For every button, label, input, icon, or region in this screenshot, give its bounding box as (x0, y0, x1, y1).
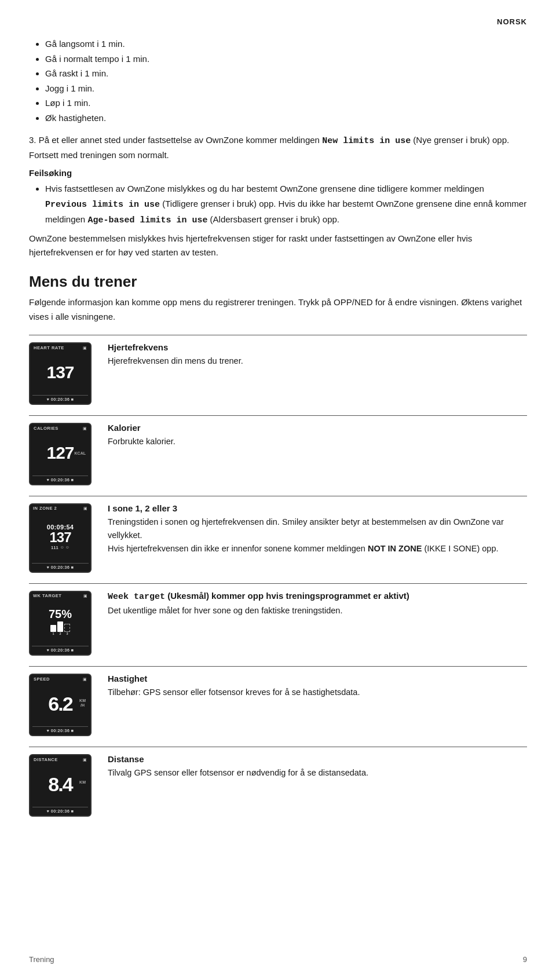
signal-icon-zone: ▣ (83, 506, 87, 511)
info-text-calories: Kalorier Forbrukte kalorier. (108, 423, 527, 448)
mens-du-trener-intro: Følgende informasjon kan komme opp mens … (29, 295, 527, 324)
info-text-wk-target: Week target (Ukesmål) kommer opp hvis tr… (108, 591, 527, 617)
info-text-speed: Hastighet Tilbehør: GPS sensor eller fot… (108, 674, 527, 699)
feilsoking-heading: Feilsøking (29, 168, 527, 178)
wk-body: Det ukentlige målet for hver sone og den… (108, 604, 527, 617)
list-item: Gå i normalt tempo i 1 min. (45, 52, 527, 67)
signal-icon-dist: ▣ (83, 758, 87, 762)
list-item: Gå raskt i 1 min. (45, 66, 527, 81)
page-header: NORSK (29, 17, 527, 26)
footer-right: 9 (523, 955, 527, 964)
feilsoking-list: Hvis fastsettlesen av OwnZone mislykkes … (45, 181, 527, 228)
list-item: Jogg i 1 min. (45, 81, 527, 96)
signal-icon-cal: ▣ (83, 426, 87, 431)
hr-body: Hjerefrekvensen din mens du trener. (108, 354, 527, 368)
device-distance: DISTANCE ▣ 8.4 KM ♥ 00:20:36 ■ (29, 754, 92, 817)
speed-title: Hastighet (108, 674, 527, 683)
cal-body: Forbrukte kalorier. (108, 435, 527, 448)
numbered-text: På et eller annet sted under fastsettels… (29, 135, 509, 160)
signal-icon: ▣ (83, 346, 87, 350)
info-rows: HEART RATE ▣ 137 ♥ 00:20:36 ■ Hjertefrek… (29, 335, 527, 827)
page-footer: Trening 9 (0, 955, 556, 964)
info-row-heart-rate: HEART RATE ▣ 137 ♥ 00:20:36 ■ Hjertefrek… (29, 335, 527, 415)
language-label: NORSK (497, 17, 527, 26)
zone-body: Treningstiden i sonen og hjertefrekvense… (108, 515, 527, 556)
info-text-heart-rate: Hjertefrekvens Hjerefrekvensen din mens … (108, 342, 527, 368)
device-heart-rate: HEART RATE ▣ 137 ♥ 00:20:36 ■ (29, 342, 92, 405)
zone-title: I sone 1, 2 eller 3 (108, 503, 527, 513)
info-row-in-zone: IN ZONE 2 ▣ 00:09:54 137 111 ☺ ☺ ♥ 00:20… (29, 496, 527, 583)
signal-icon-speed: ▣ (83, 677, 87, 682)
number-label: 3. (29, 135, 36, 145)
feilsoking-section: Feilsøking Hvis fastsettlesen av OwnZone… (29, 168, 527, 260)
numbered-item-3: 3. På et eller annet sted under fastsett… (29, 133, 527, 162)
info-text-distance: Distanse Tilvalg GPS sensor eller fotsen… (108, 754, 527, 780)
list-item: Løp i 1 min. (45, 96, 527, 111)
list-item: Øk hastigheten. (45, 111, 527, 126)
feilsoking-item-1: Hvis fastsettlesen av OwnZone mislykkes … (45, 181, 527, 228)
dist-body: Tilvalg GPS sensor eller fotsensor er nø… (108, 766, 527, 780)
feilsoking-item-2: OwnZone bestemmelsen mislykkes hvis hjer… (29, 232, 527, 261)
info-row-speed: SPEED ▣ 6.2 KM/H ♥ 00:20:36 ■ Hastighet … (29, 666, 527, 747)
footer-left: Trening (29, 955, 54, 964)
cal-title: Kalorier (108, 423, 527, 433)
device-speed: SPEED ▣ 6.2 KM/H ♥ 00:20:36 ■ (29, 674, 92, 736)
mens-du-trener-heading: Mens du trener (29, 273, 527, 291)
info-row-wk-target: WK TARGET ▣ 75% 1 2 (29, 583, 527, 666)
device-wk-target: WK TARGET ▣ 75% 1 2 (29, 591, 92, 656)
bullet-list: Gå langsomt i 1 min. Gå i normalt tempo … (45, 36, 527, 125)
info-row-calories: CALORIES ▣ 127 KCAL ♥ 00:20:36 ■ Kalorie… (29, 415, 527, 496)
hr-title: Hjertefrekvens (108, 342, 527, 352)
device-calories: CALORIES ▣ 127 KCAL ♥ 00:20:36 ■ (29, 423, 92, 485)
wk-title: Week target (Ukesmål) kommer opp hvis tr… (108, 591, 527, 602)
info-text-in-zone: I sone 1, 2 eller 3 Treningstiden i sone… (108, 503, 527, 556)
info-row-distance: DISTANCE ▣ 8.4 KM ♥ 00:20:36 ■ Distanse … (29, 747, 527, 827)
device-in-zone: IN ZONE 2 ▣ 00:09:54 137 111 ☺ ☺ ♥ 00:20… (29, 503, 92, 573)
dist-title: Distanse (108, 754, 527, 764)
list-item: Gå langsomt i 1 min. (45, 36, 527, 52)
signal-icon-wk: ▣ (83, 594, 87, 598)
speed-body: Tilbehør: GPS sensor eller fotsensor kre… (108, 686, 527, 699)
